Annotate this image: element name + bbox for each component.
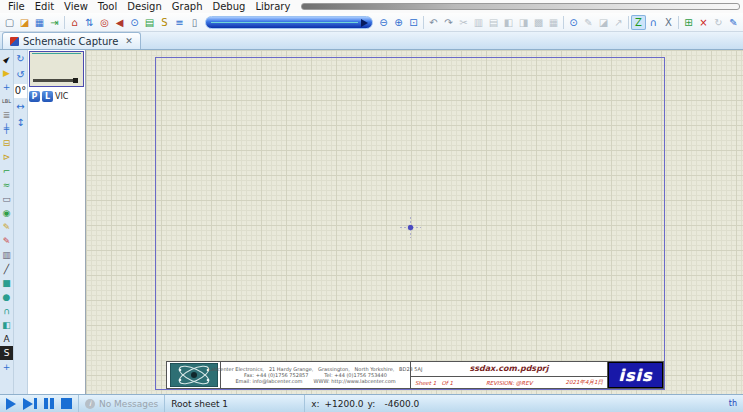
tab-schematic-capture[interactable]: Schematic Capture ✕ [2,32,141,49]
isis-logo-text: isis [618,366,652,385]
sheet-toolbar-group: ⊞×↻✎ [681,15,741,30]
device-pin-mode-icon[interactable]: ⌐ [0,164,13,178]
center-at-cursor-icon[interactable]: ◎ [97,15,112,30]
zoom-area-icon[interactable]: ⊡ [406,15,421,30]
2d-box-mode-icon[interactable]: ■ [0,276,13,290]
zoom-in-icon[interactable]: ⊕ [391,15,406,30]
menu-design[interactable]: Design [122,0,167,13]
2d-text-mode-icon[interactable]: A [0,332,13,346]
toolbar-separator [563,16,564,29]
2d-symbol-mode-icon[interactable]: S [0,346,13,360]
pan-left-icon[interactable]: ◀ [112,15,127,30]
step-simulation-button[interactable] [23,398,37,410]
grid-toggle-icon[interactable]: ▤ [142,15,157,30]
block-delete-icon[interactable]: ▦ [546,15,561,30]
2d-marker-mode-icon[interactable]: + [0,360,13,374]
save-design-icon[interactable]: ▦ [32,15,47,30]
run-simulation-button[interactable] [6,398,16,410]
menu-tool[interactable]: Tool [93,0,122,13]
revision-label: REVISION: @REV [486,380,532,386]
paste-icon[interactable]: ▤ [486,15,501,30]
copy-icon[interactable]: ▥ [471,15,486,30]
info-icon: i [85,399,95,409]
voltage-probe-mode-icon[interactable]: ✎ [0,220,13,234]
ruler-icon[interactable]: ≡ [172,15,187,30]
redo-icon[interactable]: ↷ [441,15,456,30]
sheet-template-icon[interactable]: ▯ [187,15,202,30]
junction-dot-mode-icon[interactable]: + [0,80,13,94]
virtual-instrument-mode-icon[interactable]: ▥ [0,248,13,262]
import-section-icon[interactable]: ⇥ [47,15,62,30]
menu-debug[interactable]: Debug [208,0,251,13]
menu-edit[interactable]: Edit [30,0,59,13]
generator-mode-icon[interactable]: ◉ [0,206,13,220]
mirror-vertical-icon[interactable]: ↕ [14,116,27,130]
2d-path-mode-icon[interactable]: ◧ [0,318,13,332]
toolbar-separator [64,16,65,29]
exit-to-parent-icon[interactable]: ↻ [711,15,726,30]
menu-graph[interactable]: Graph [167,0,208,13]
y-value: -4600.0 [379,399,419,409]
schematic-canvas[interactable]: Labcenter Electronics, 21 Hardy Grange, … [86,50,743,394]
zoom-view-icon[interactable]: ⊙ [127,15,142,30]
graph-mode-icon[interactable]: ≈ [0,178,13,192]
units-label: th [729,399,737,408]
2d-arc-mode-icon[interactable]: ∩ [0,304,13,318]
snap-icon[interactable]: S [157,15,172,30]
pause-simulation-button[interactable] [44,398,54,409]
search-tag-icon[interactable]: ∩ [646,15,661,30]
step-icon [23,398,33,410]
find-component-icon[interactable]: ⊙ [566,15,581,30]
rotate-anticlockwise-icon[interactable]: ↺ [14,68,27,82]
terminal-mode-icon[interactable]: ⊳ [0,150,13,164]
open-design-icon[interactable]: ◪ [17,15,32,30]
new-design-icon[interactable]: ▢ [2,15,17,30]
menu-library[interactable]: Library [250,0,295,13]
menu-file[interactable]: File [3,0,30,13]
tape-recorder-mode-icon[interactable]: ▭ [0,192,13,206]
block-copy-icon[interactable]: ◧ [501,15,516,30]
cut-icon[interactable]: ✂ [456,15,471,30]
property-tool-icon[interactable]: ◪ [596,15,611,30]
stop-simulation-button[interactable] [61,398,72,409]
current-probe-mode-icon[interactable]: ✎ [0,234,13,248]
cursor-coordinates: x: +1200.0 y: -4600.0 [304,395,425,412]
schematic-capture-icon [10,37,19,46]
buses-mode-icon[interactable]: ╪ [0,122,13,136]
edit-design-notes-icon[interactable]: ✎ [726,15,741,30]
message-area[interactable]: i No Messages [78,395,164,412]
design-rule-icon[interactable]: ↗ [611,15,626,30]
toolbar-separator [423,16,424,29]
redraw-display-icon[interactable]: ⇅ [82,15,97,30]
toolbar-separator [678,16,679,29]
2d-line-mode-icon[interactable]: ╱ [0,262,13,276]
mirror-horizontal-icon[interactable]: ↔ [14,100,27,114]
rotation-angle-display[interactable]: 0° [14,84,27,98]
overview-minimap[interactable] [29,51,84,87]
zoom-out-icon[interactable]: ⊖ [376,15,391,30]
pick-devices-button[interactable]: P [29,91,40,102]
object-selector-list[interactable] [28,104,85,394]
library-manager-button[interactable]: L [42,91,53,102]
remove-sheet-icon[interactable]: × [696,15,711,30]
view-toolbar-group: ⌂⇅◎◀⊙▤S≡▯ [67,15,202,30]
project-info-cell: ssdax.com.pdsprj Sheet 1 Of 1 REVISION: … [411,362,608,388]
subcircuit-mode-icon[interactable]: ⊟ [0,136,13,150]
address-line-3: Email: info@labcenter.com WWW: http://ww… [235,378,395,384]
edit-toolbar-group: ↶↷✂▥▤◧◨▩▦ [426,15,561,30]
block-rotate-icon[interactable]: ▩ [531,15,546,30]
wire-autorouter-icon[interactable]: Z [631,15,646,30]
no-messages-label: No Messages [99,399,158,409]
menu-view[interactable]: View [59,0,93,13]
home-icon[interactable]: ⌂ [67,15,82,30]
undo-icon[interactable]: ↶ [426,15,441,30]
text-script-mode-icon[interactable]: ≣ [0,108,13,122]
2d-circle-mode-icon[interactable]: ● [0,290,13,304]
new-sheet-icon[interactable]: ⊞ [681,15,696,30]
property-assignment-icon[interactable]: X [661,15,676,30]
wire-label-mode-icon[interactable]: LBL [0,94,13,108]
tab-close-icon[interactable]: ✕ [125,36,133,46]
sheet-indicator: Root sheet 1 [164,395,304,412]
block-move-icon[interactable]: ◨ [516,15,531,30]
wire-edit-icon[interactable]: ✎ [581,15,596,30]
